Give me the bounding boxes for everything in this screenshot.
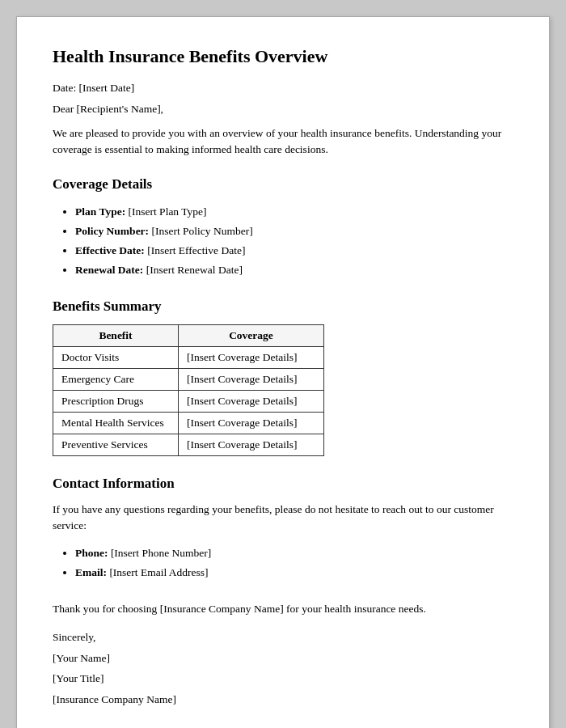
email-label: Email: xyxy=(75,566,107,578)
signature-block: Sincerely, [Your Name] [Your Title] [Ins… xyxy=(53,627,513,710)
contact-list: Phone: [Insert Phone Number] Email: [Ins… xyxy=(75,544,513,583)
renewal-date-label: Renewal Date: xyxy=(75,264,143,276)
coverage-value: [Insert Coverage Details] xyxy=(179,346,324,368)
coverage-list: Plan Type: [Insert Plan Type] Policy Num… xyxy=(75,202,513,281)
coverage-value: [Insert Coverage Details] xyxy=(179,434,324,455)
table-header-coverage: Coverage xyxy=(179,324,324,346)
policy-number-value: [Insert Policy Number] xyxy=(151,225,252,237)
company-name-line: [Insurance Company Name] xyxy=(53,689,513,710)
benefit-name: Prescription Drugs xyxy=(53,390,179,412)
list-item: Phone: [Insert Phone Number] xyxy=(75,544,513,563)
list-item: Effective Date: [Insert Effective Date] xyxy=(75,241,513,260)
policy-number-label: Policy Number: xyxy=(75,225,149,237)
phone-label: Phone: xyxy=(75,547,108,559)
table-row: Doctor Visits [Insert Coverage Details] xyxy=(53,346,324,368)
benefit-name: Mental Health Services xyxy=(53,412,179,434)
thank-you-paragraph: Thank you for choosing [Insurance Compan… xyxy=(53,601,513,617)
effective-date-value: [Insert Effective Date] xyxy=(147,244,245,256)
list-item: Renewal Date: [Insert Renewal Date] xyxy=(75,260,513,280)
coverage-heading: Coverage Details xyxy=(53,176,513,193)
document-title: Health Insurance Benefits Overview xyxy=(53,46,513,67)
benefit-name: Emergency Care xyxy=(53,368,179,390)
coverage-value: [Insert Coverage Details] xyxy=(179,412,324,434)
list-item: Policy Number: [Insert Policy Number] xyxy=(75,222,513,241)
table-row: Emergency Care [Insert Coverage Details] xyxy=(53,368,324,390)
sincerely-line: Sincerely, xyxy=(53,627,513,648)
phone-value: [Insert Phone Number] xyxy=(111,547,211,559)
table-row: Prescription Drugs [Insert Coverage Deta… xyxy=(53,390,324,412)
contact-heading: Contact Information xyxy=(53,476,513,492)
benefit-name: Preventive Services xyxy=(53,434,179,455)
plan-type-value: [Insert Plan Type] xyxy=(129,205,207,218)
coverage-value: [Insert Coverage Details] xyxy=(179,368,324,390)
renewal-date-value: [Insert Renewal Date] xyxy=(146,264,243,276)
table-row: Preventive Services [Insert Coverage Det… xyxy=(53,434,324,455)
intro-paragraph: We are pleased to provide you with an ov… xyxy=(53,125,513,159)
your-name-line: [Your Name] xyxy=(53,648,513,669)
plan-type-label: Plan Type: xyxy=(75,205,125,218)
contact-paragraph: If you have any questions regarding your… xyxy=(53,502,513,535)
benefit-name: Doctor Visits xyxy=(53,346,179,368)
benefits-heading: Benefits Summary xyxy=(53,298,513,315)
greeting-line: Dear [Recipient's Name], xyxy=(53,103,513,116)
your-title-line: [Your Title] xyxy=(53,668,513,689)
list-item: Plan Type: [Insert Plan Type] xyxy=(75,202,513,222)
email-value: [Insert Email Address] xyxy=(109,566,208,578)
document-container: Health Insurance Benefits Overview Date:… xyxy=(16,16,550,728)
coverage-value: [Insert Coverage Details] xyxy=(179,390,324,412)
benefits-table: Benefit Coverage Doctor Visits [Insert C… xyxy=(53,324,324,456)
table-row: Mental Health Services [Insert Coverage … xyxy=(53,412,324,434)
date-line: Date: [Insert Date] xyxy=(53,82,513,95)
effective-date-label: Effective Date: xyxy=(75,244,145,256)
table-header-benefit: Benefit xyxy=(53,324,179,346)
list-item: Email: [Insert Email Address] xyxy=(75,563,513,582)
